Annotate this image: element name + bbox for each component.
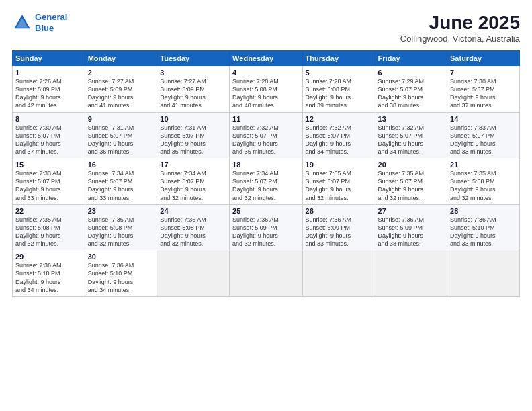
day-info: Sunrise: 7:36 AM Sunset: 5:10 PM Dayligh… <box>88 261 154 294</box>
day-info: Sunrise: 7:28 AM Sunset: 5:08 PM Dayligh… <box>306 77 372 110</box>
day-info: Sunrise: 7:36 AM Sunset: 5:10 PM Dayligh… <box>15 261 82 294</box>
day-number: 3 <box>160 68 226 77</box>
weekday-tuesday: Tuesday <box>157 51 230 66</box>
logo-icon <box>12 13 32 33</box>
day-cell: 4Sunrise: 7:28 AM Sunset: 5:08 PM Daylig… <box>230 66 302 113</box>
day-cell <box>230 250 302 297</box>
day-number: 6 <box>378 68 444 77</box>
day-info: Sunrise: 7:29 AM Sunset: 5:07 PM Dayligh… <box>378 77 444 110</box>
day-number: 28 <box>450 207 517 215</box>
day-number: 7 <box>450 68 517 77</box>
weekday-saturday: Saturday <box>447 51 520 66</box>
day-cell: 12Sunrise: 7:32 AM Sunset: 5:07 PM Dayli… <box>302 112 375 158</box>
day-cell: 13Sunrise: 7:32 AM Sunset: 5:07 PM Dayli… <box>375 112 447 158</box>
calendar: SundayMondayTuesdayWednesdayThursdayFrid… <box>12 50 520 297</box>
day-info: Sunrise: 7:35 AM Sunset: 5:07 PM Dayligh… <box>306 169 372 202</box>
day-cell: 22Sunrise: 7:35 AM Sunset: 5:08 PM Dayli… <box>13 204 85 250</box>
logo-text: General Blue <box>35 12 67 33</box>
day-cell: 14Sunrise: 7:33 AM Sunset: 5:07 PM Dayli… <box>447 112 520 158</box>
weekday-row: SundayMondayTuesdayWednesdayThursdayFrid… <box>13 51 520 66</box>
weekday-monday: Monday <box>85 51 157 66</box>
day-info: Sunrise: 7:35 AM Sunset: 5:08 PM Dayligh… <box>88 216 154 248</box>
day-info: Sunrise: 7:30 AM Sunset: 5:07 PM Dayligh… <box>450 77 517 110</box>
day-info: Sunrise: 7:26 AM Sunset: 5:09 PM Dayligh… <box>15 77 82 110</box>
page: General Blue June 2025 Collingwood, Vict… <box>0 0 532 411</box>
day-cell: 24Sunrise: 7:36 AM Sunset: 5:08 PM Dayli… <box>157 204 230 250</box>
day-info: Sunrise: 7:35 AM Sunset: 5:07 PM Dayligh… <box>378 169 444 202</box>
day-number: 4 <box>232 68 299 77</box>
day-number: 21 <box>450 161 517 169</box>
day-number: 27 <box>378 207 444 215</box>
logo-line1: General <box>35 12 67 22</box>
week-row-5: 29Sunrise: 7:36 AM Sunset: 5:10 PM Dayli… <box>13 250 520 297</box>
day-number: 16 <box>88 161 154 169</box>
weekday-wednesday: Wednesday <box>230 51 302 66</box>
day-cell: 26Sunrise: 7:36 AM Sunset: 5:09 PM Dayli… <box>302 204 375 250</box>
day-cell: 7Sunrise: 7:30 AM Sunset: 5:07 PM Daylig… <box>447 66 520 113</box>
day-info: Sunrise: 7:36 AM Sunset: 5:09 PM Dayligh… <box>378 216 444 248</box>
day-number: 10 <box>160 115 226 123</box>
month-title: June 2025 <box>400 12 520 34</box>
header: General Blue June 2025 Collingwood, Vict… <box>12 12 520 44</box>
day-number: 23 <box>88 207 154 215</box>
day-info: Sunrise: 7:34 AM Sunset: 5:07 PM Dayligh… <box>232 169 299 202</box>
day-number: 9 <box>88 115 154 123</box>
weekday-thursday: Thursday <box>302 51 375 66</box>
day-info: Sunrise: 7:32 AM Sunset: 5:07 PM Dayligh… <box>306 124 372 156</box>
day-cell: 28Sunrise: 7:36 AM Sunset: 5:10 PM Dayli… <box>447 204 520 250</box>
day-cell: 21Sunrise: 7:35 AM Sunset: 5:08 PM Dayli… <box>447 158 520 205</box>
day-info: Sunrise: 7:31 AM Sunset: 5:07 PM Dayligh… <box>88 124 154 156</box>
day-number: 11 <box>232 115 299 123</box>
day-number: 30 <box>88 253 154 261</box>
day-info: Sunrise: 7:27 AM Sunset: 5:09 PM Dayligh… <box>160 77 226 110</box>
day-cell: 18Sunrise: 7:34 AM Sunset: 5:07 PM Dayli… <box>230 158 302 205</box>
day-cell: 2Sunrise: 7:27 AM Sunset: 5:09 PM Daylig… <box>85 66 157 113</box>
day-cell <box>375 250 447 297</box>
day-cell: 23Sunrise: 7:35 AM Sunset: 5:08 PM Dayli… <box>85 204 157 250</box>
day-number: 12 <box>306 115 372 123</box>
day-number: 13 <box>378 115 444 123</box>
day-info: Sunrise: 7:27 AM Sunset: 5:09 PM Dayligh… <box>88 77 154 110</box>
calendar-header: SundayMondayTuesdayWednesdayThursdayFrid… <box>13 51 520 66</box>
day-number: 29 <box>15 253 82 261</box>
day-cell <box>157 250 230 297</box>
day-cell: 25Sunrise: 7:36 AM Sunset: 5:09 PM Dayli… <box>230 204 302 250</box>
day-number: 2 <box>88 68 154 77</box>
day-info: Sunrise: 7:31 AM Sunset: 5:07 PM Dayligh… <box>160 124 226 156</box>
day-number: 14 <box>450 115 517 123</box>
day-number: 24 <box>160 207 226 215</box>
day-info: Sunrise: 7:32 AM Sunset: 5:07 PM Dayligh… <box>232 124 299 156</box>
day-info: Sunrise: 7:35 AM Sunset: 5:08 PM Dayligh… <box>15 216 82 248</box>
day-info: Sunrise: 7:35 AM Sunset: 5:08 PM Dayligh… <box>450 169 517 202</box>
day-number: 20 <box>378 161 444 169</box>
day-cell <box>447 250 520 297</box>
day-number: 25 <box>232 207 299 215</box>
week-row-3: 15Sunrise: 7:33 AM Sunset: 5:07 PM Dayli… <box>13 158 520 205</box>
subtitle: Collingwood, Victoria, Australia <box>400 34 520 44</box>
day-info: Sunrise: 7:30 AM Sunset: 5:07 PM Dayligh… <box>15 124 82 156</box>
weekday-friday: Friday <box>375 51 447 66</box>
day-cell: 11Sunrise: 7:32 AM Sunset: 5:07 PM Dayli… <box>230 112 302 158</box>
day-info: Sunrise: 7:28 AM Sunset: 5:08 PM Dayligh… <box>232 77 299 110</box>
day-info: Sunrise: 7:32 AM Sunset: 5:07 PM Dayligh… <box>378 124 444 156</box>
day-cell: 16Sunrise: 7:34 AM Sunset: 5:07 PM Dayli… <box>85 158 157 205</box>
day-number: 17 <box>160 161 226 169</box>
day-cell: 10Sunrise: 7:31 AM Sunset: 5:07 PM Dayli… <box>157 112 230 158</box>
day-info: Sunrise: 7:36 AM Sunset: 5:09 PM Dayligh… <box>232 216 299 248</box>
weekday-sunday: Sunday <box>13 51 85 66</box>
day-cell: 17Sunrise: 7:34 AM Sunset: 5:07 PM Dayli… <box>157 158 230 205</box>
day-cell: 3Sunrise: 7:27 AM Sunset: 5:09 PM Daylig… <box>157 66 230 113</box>
day-info: Sunrise: 7:36 AM Sunset: 5:09 PM Dayligh… <box>306 216 372 248</box>
day-cell: 15Sunrise: 7:33 AM Sunset: 5:07 PM Dayli… <box>13 158 85 205</box>
day-cell <box>302 250 375 297</box>
day-number: 15 <box>15 161 82 169</box>
day-cell: 8Sunrise: 7:30 AM Sunset: 5:07 PM Daylig… <box>13 112 85 158</box>
week-row-1: 1Sunrise: 7:26 AM Sunset: 5:09 PM Daylig… <box>13 66 520 113</box>
day-cell: 1Sunrise: 7:26 AM Sunset: 5:09 PM Daylig… <box>13 66 85 113</box>
day-info: Sunrise: 7:33 AM Sunset: 5:07 PM Dayligh… <box>450 124 517 156</box>
day-info: Sunrise: 7:34 AM Sunset: 5:07 PM Dayligh… <box>88 169 154 202</box>
week-row-2: 8Sunrise: 7:30 AM Sunset: 5:07 PM Daylig… <box>13 112 520 158</box>
logo: General Blue <box>12 12 67 33</box>
day-info: Sunrise: 7:33 AM Sunset: 5:07 PM Dayligh… <box>15 169 82 202</box>
day-number: 19 <box>306 161 372 169</box>
